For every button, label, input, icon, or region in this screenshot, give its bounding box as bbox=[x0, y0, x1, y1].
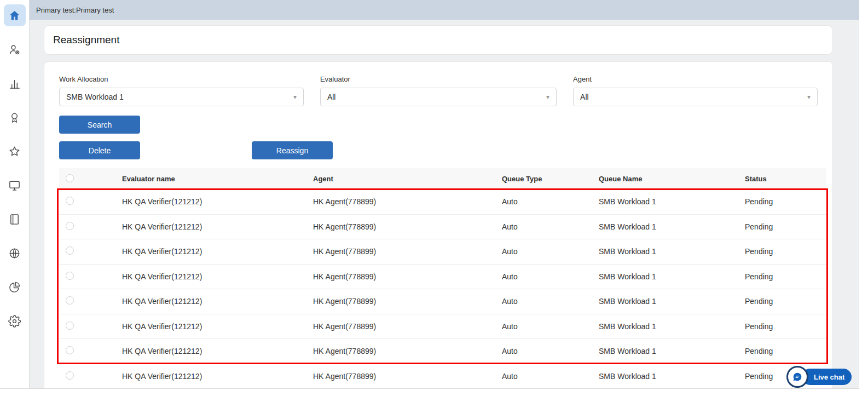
cell-status: Pending bbox=[734, 297, 826, 306]
table-row: HK QA Verifier(121212) HK Agent(778899) … bbox=[59, 289, 826, 314]
sidebar-item-home[interactable] bbox=[4, 4, 26, 26]
cell-evaluator-name: HK QA Verifier(121212) bbox=[111, 347, 302, 355]
cell-agent: HK Agent(778899) bbox=[302, 322, 491, 331]
cell-status: Pending bbox=[734, 322, 826, 331]
evaluator-select[interactable]: All ▾ bbox=[320, 88, 557, 106]
live-chat-label: Live chat bbox=[802, 369, 852, 385]
table-row: HK QA Verifier(121212) HK Agent(778899) … bbox=[59, 314, 826, 340]
work-allocation-value: SMB Workload 1 bbox=[66, 93, 124, 101]
breadcrumb: Primary test:Primary test bbox=[36, 6, 114, 14]
cell-queue-type: Auto bbox=[491, 272, 588, 281]
cell-evaluator-name: HK QA Verifier(121212) bbox=[111, 297, 302, 306]
content-area: Reassignment Work Allocation SMB Workloa… bbox=[30, 20, 859, 388]
cell-status: Pending bbox=[734, 197, 826, 206]
cell-evaluator-name: HK QA Verifier(121212) bbox=[111, 272, 302, 281]
main-area: Primary test:Primary test Reassignment W… bbox=[30, 0, 859, 388]
table-row: HK QA Verifier(121212) HK Agent(778899) … bbox=[59, 364, 826, 389]
cell-agent: HK Agent(778899) bbox=[302, 347, 491, 355]
agent-label: Agent bbox=[573, 75, 818, 83]
app-window: Primary test:Primary test Reassignment W… bbox=[0, 0, 859, 389]
cell-queue-name: SMB Workload 1 bbox=[588, 372, 734, 381]
row-checkbox[interactable] bbox=[66, 371, 74, 380]
header-status: Status bbox=[734, 175, 826, 183]
home-icon bbox=[8, 9, 21, 22]
row-checkbox[interactable] bbox=[66, 346, 74, 354]
cell-agent: HK Agent(778899) bbox=[302, 297, 491, 306]
reassignment-panel: Work Allocation SMB Workload 1 ▾ Evaluat… bbox=[44, 61, 833, 388]
sidebar-item-knowledge[interactable] bbox=[4, 208, 26, 230]
chevron-down-icon: ▾ bbox=[293, 93, 297, 101]
sidebar-item-favorites[interactable] bbox=[4, 140, 26, 162]
evaluator-label: Evaluator bbox=[320, 75, 557, 83]
work-allocation-select[interactable]: SMB Workload 1 ▾ bbox=[59, 88, 304, 106]
gear-icon bbox=[8, 315, 21, 328]
cell-queue-name: SMB Workload 1 bbox=[588, 247, 734, 256]
header-queue-type: Queue Type bbox=[491, 175, 588, 183]
header-evaluator-name: Evaluator name bbox=[111, 175, 302, 183]
search-button[interactable]: Search bbox=[59, 116, 140, 134]
table-header-row: Evaluator name Agent Queue Type Queue Na… bbox=[59, 168, 826, 190]
cell-queue-name: SMB Workload 1 bbox=[588, 272, 734, 281]
cell-agent: HK Agent(778899) bbox=[302, 247, 491, 256]
cell-evaluator-name: HK QA Verifier(121212) bbox=[111, 222, 302, 231]
sidebar-item-global[interactable] bbox=[4, 242, 26, 264]
cell-queue-name: SMB Workload 1 bbox=[588, 197, 734, 206]
cell-queue-name: SMB Workload 1 bbox=[588, 347, 734, 355]
cell-queue-name: SMB Workload 1 bbox=[588, 322, 734, 331]
live-chat-button[interactable]: Live chat bbox=[786, 366, 852, 388]
cell-queue-type: Auto bbox=[491, 297, 588, 306]
cell-queue-type: Auto bbox=[491, 322, 588, 331]
reassign-button[interactable]: Reassign bbox=[252, 141, 333, 159]
evaluator-value: All bbox=[327, 93, 336, 101]
table-row: HK QA Verifier(121212) HK Agent(778899) … bbox=[59, 339, 826, 364]
cell-queue-name: SMB Workload 1 bbox=[588, 222, 734, 231]
user-settings-icon bbox=[8, 43, 21, 56]
sidebar-item-monitor[interactable] bbox=[4, 174, 26, 196]
sidebar-item-reports[interactable] bbox=[4, 72, 26, 94]
header-queue-name: Queue Name bbox=[588, 175, 734, 183]
cell-status: Pending bbox=[734, 247, 826, 256]
table-row: HK QA Verifier(121212) HK Agent(778899) … bbox=[59, 215, 826, 240]
sidebar-item-settings[interactable] bbox=[4, 310, 26, 332]
sidebar-item-quality[interactable] bbox=[4, 106, 26, 128]
page-title: Reassignment bbox=[53, 34, 119, 46]
row-checkbox[interactable] bbox=[66, 322, 74, 330]
filter-bar: Work Allocation SMB Workload 1 ▾ Evaluat… bbox=[59, 75, 818, 106]
chevron-down-icon: ▾ bbox=[546, 93, 549, 101]
page-title-card: Reassignment bbox=[44, 25, 833, 55]
row-checkbox[interactable] bbox=[66, 272, 74, 280]
cell-queue-type: Auto bbox=[491, 347, 588, 355]
chat-bubble-icon bbox=[786, 366, 808, 388]
select-all-checkbox[interactable] bbox=[66, 174, 74, 182]
delete-button[interactable]: Delete bbox=[59, 141, 140, 159]
table-row: HK QA Verifier(121212) HK Agent(778899) … bbox=[59, 239, 826, 265]
monitor-icon bbox=[8, 179, 21, 192]
agent-select[interactable]: All ▾ bbox=[573, 88, 818, 106]
book-icon bbox=[8, 213, 21, 226]
sidebar-item-users[interactable] bbox=[4, 38, 26, 60]
row-checkbox[interactable] bbox=[66, 222, 74, 230]
cell-agent: HK Agent(778899) bbox=[302, 372, 491, 381]
cell-evaluator-name: HK QA Verifier(121212) bbox=[111, 372, 302, 381]
header-agent: Agent bbox=[302, 175, 491, 183]
row-checkbox[interactable] bbox=[66, 296, 74, 305]
cell-evaluator-name: HK QA Verifier(121212) bbox=[111, 197, 302, 206]
row-checkbox[interactable] bbox=[66, 246, 74, 255]
pie-chart-icon bbox=[8, 281, 21, 294]
bar-chart-icon bbox=[8, 77, 21, 90]
row-checkbox[interactable] bbox=[66, 197, 74, 205]
cell-queue-type: Auto bbox=[491, 247, 588, 256]
star-icon bbox=[8, 145, 21, 158]
reassignment-table: Evaluator name Agent Queue Type Queue Na… bbox=[59, 168, 826, 388]
globe-icon bbox=[8, 247, 21, 260]
cell-status: Pending bbox=[734, 222, 826, 231]
work-allocation-label: Work Allocation bbox=[59, 75, 304, 83]
cell-queue-type: Auto bbox=[491, 197, 588, 206]
cell-status: Pending bbox=[734, 347, 826, 355]
cell-queue-type: Auto bbox=[491, 372, 588, 381]
cell-agent: HK Agent(778899) bbox=[302, 222, 491, 231]
table-row: HK QA Verifier(121212) HK Agent(778899) … bbox=[59, 265, 826, 290]
scrollbar[interactable] bbox=[859, 0, 868, 396]
badge-icon bbox=[8, 111, 21, 124]
sidebar-item-analytics[interactable] bbox=[4, 276, 26, 298]
